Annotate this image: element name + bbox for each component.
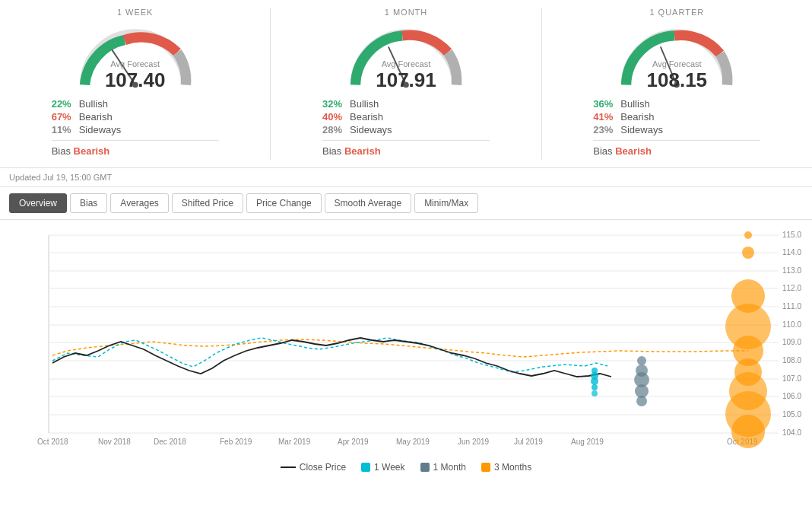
period-label-quarter: 1 QUARTER <box>649 8 704 17</box>
svg-text:104.00: 104.00 <box>782 428 801 437</box>
gauge-value-month: 107.91 <box>376 68 436 92</box>
legend-label-1month: 1 Month <box>433 462 466 473</box>
legend-dot-1month <box>420 463 430 472</box>
svg-text:109.00: 109.00 <box>782 338 801 346</box>
chart-area: .grid-line { stroke: #e8e8e8; stroke-wid… <box>8 220 804 517</box>
gauge-label-week: Avg Forecast <box>105 59 166 68</box>
tab-bar: Overview Bias Averages Shifted Price Pri… <box>0 187 812 220</box>
bearish-label-quarter: Bearish <box>620 111 654 123</box>
update-bar: Updated Jul 19, 15:00 GMT <box>0 168 812 187</box>
tab-overview[interactable]: Overview <box>9 193 67 213</box>
bullish-label-quarter: Bullish <box>620 98 649 110</box>
svg-point-52 <box>744 231 752 239</box>
sideways-label-week: Sideways <box>79 124 122 135</box>
bullish-pct-month: 32% <box>322 98 350 110</box>
svg-point-45 <box>592 384 598 390</box>
svg-text:110.00: 110.00 <box>782 320 801 329</box>
gauge-month: Avg Forecast 107.91 <box>338 20 474 92</box>
bias-week: Bias Bearish <box>52 145 219 157</box>
svg-text:Apr 2019: Apr 2019 <box>338 438 369 446</box>
sideways-label-quarter: Sideways <box>620 124 663 135</box>
svg-text:115.00: 115.00 <box>782 231 801 239</box>
main-chart: .grid-line { stroke: #e8e8e8; stroke-wid… <box>11 228 801 456</box>
bias-month: Bias Bearish <box>322 145 490 157</box>
chart-legend: Close Price 1 Week 1 Month 3 Months <box>8 456 804 479</box>
bullish-label-week: Bullish <box>79 98 108 110</box>
period-label-month: 1 MONTH <box>385 8 428 17</box>
bearish-pct-month: 40% <box>322 111 350 123</box>
legend-label-3months: 3 Months <box>494 462 531 473</box>
sideways-pct-quarter: 23% <box>593 124 620 135</box>
svg-text:114.00: 114.00 <box>782 248 801 256</box>
gauge-value-week: 107.40 <box>105 68 166 92</box>
svg-text:Nov 2018: Nov 2018 <box>98 438 131 446</box>
tab-price-change[interactable]: Price Change <box>246 193 322 213</box>
svg-point-60 <box>731 415 765 448</box>
bearish-pct-quarter: 41% <box>593 111 620 123</box>
svg-text:112.00: 112.00 <box>782 284 801 292</box>
sideways-pct-month: 28% <box>322 124 350 135</box>
gauge-quarter: Avg Forecast 108.15 <box>608 20 745 92</box>
forecast-panel-month: 1 MONTH Avg Forecast 107.91 32% Bullish … <box>271 8 541 160</box>
sideways-pct-week: 11% <box>52 124 79 135</box>
svg-point-51 <box>636 396 647 406</box>
svg-point-47 <box>637 356 646 365</box>
svg-text:Feb 2019: Feb 2019 <box>220 438 252 446</box>
svg-text:Jul 2019: Jul 2019 <box>514 438 543 446</box>
svg-point-46 <box>592 390 598 396</box>
bullish-pct-week: 22% <box>52 98 79 110</box>
svg-text:Oct 2018: Oct 2018 <box>37 438 68 446</box>
tab-shifted-price[interactable]: Shifted Price <box>172 193 243 213</box>
svg-text:May 2019: May 2019 <box>396 438 430 446</box>
gauge-label-month: Avg Forecast <box>376 59 436 68</box>
bullish-pct-quarter: 36% <box>593 98 620 110</box>
tab-averages[interactable]: Averages <box>110 193 168 213</box>
svg-text:Aug 2019: Aug 2019 <box>571 438 604 446</box>
forecast-panel-quarter: 1 QUARTER Avg Forecast 108.15 36% Bullis… <box>542 8 812 160</box>
bullish-label-month: Bullish <box>350 98 379 110</box>
stats-month: 32% Bullish 40% Bearish 28% Sideways Bia… <box>322 98 490 157</box>
legend-1week: 1 Week <box>361 462 404 473</box>
period-label-week: 1 WEEK <box>117 8 154 17</box>
legend-1month: 1 Month <box>420 462 466 473</box>
svg-point-44 <box>591 377 598 385</box>
legend-3months: 3 Months <box>481 462 531 473</box>
legend-dot-1week <box>361 463 370 472</box>
bias-quarter: Bias Bearish <box>593 145 760 157</box>
gauge-value-quarter: 108.15 <box>647 68 708 92</box>
gauge-label-quarter: Avg Forecast <box>647 59 708 68</box>
bearish-label-month: Bearish <box>350 111 383 123</box>
legend-dot-3months <box>481 463 490 472</box>
sideways-label-month: Sideways <box>350 124 392 135</box>
legend-label-close: Close Price <box>300 462 346 473</box>
svg-text:Mar 2019: Mar 2019 <box>278 438 311 446</box>
tab-bias[interactable]: Bias <box>70 193 107 213</box>
svg-text:107.00: 107.00 <box>782 374 801 383</box>
stats-quarter: 36% Bullish 41% Bearish 23% Sideways Bia… <box>593 98 760 157</box>
bearish-label-week: Bearish <box>79 111 113 123</box>
gauge-week: Avg Forecast 107.40 <box>67 20 204 92</box>
legend-label-1week: 1 Week <box>374 462 404 473</box>
svg-text:Jun 2019: Jun 2019 <box>458 438 490 446</box>
legend-close-price: Close Price <box>281 462 346 473</box>
svg-point-53 <box>742 247 754 259</box>
stats-week: 22% Bullish 67% Bearish 11% Sideways Bia… <box>52 98 219 157</box>
svg-text:106.00: 106.00 <box>782 392 801 400</box>
svg-text:111.00: 111.00 <box>782 302 801 310</box>
forecast-panel-week: 1 WEEK Avg Forecast 107.40 <box>0 8 271 160</box>
svg-text:113.00: 113.00 <box>782 266 801 275</box>
svg-text:108.00: 108.00 <box>782 356 801 365</box>
bearish-pct-week: 67% <box>52 111 79 123</box>
tab-minim-max[interactable]: Minim/Max <box>414 193 478 213</box>
tab-smooth-average[interactable]: Smooth Average <box>325 193 412 213</box>
forecast-panels: 1 WEEK Avg Forecast 107.40 <box>0 0 812 168</box>
svg-text:105.00: 105.00 <box>782 410 801 419</box>
legend-dot-close <box>281 466 296 468</box>
svg-text:Dec 2018: Dec 2018 <box>154 438 186 446</box>
